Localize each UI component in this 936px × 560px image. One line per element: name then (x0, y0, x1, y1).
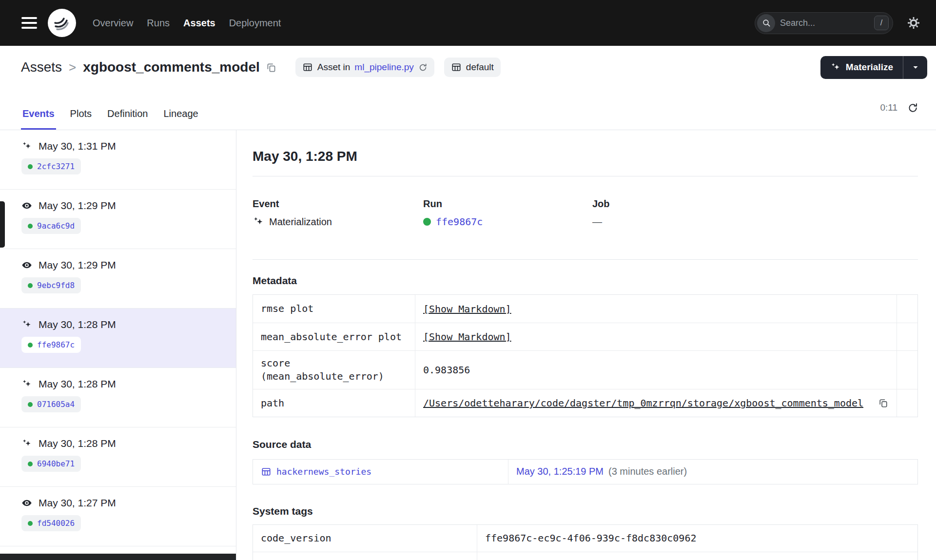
event-row: May 30, 1:28 PM (21, 319, 228, 330)
run-id: 6940be71 (37, 459, 75, 468)
search-shortcut-badge: / (874, 16, 889, 30)
run-id: fd540026 (37, 519, 75, 528)
vertical-scrollbar-thumb[interactable] (0, 201, 5, 248)
materialization-icon (253, 216, 264, 228)
event-timestamp: May 30, 1:29 PM (39, 259, 116, 271)
system-tags-table: code_version ffe9867c-ec9c-4f06-939c-f8d… (253, 524, 918, 560)
event-type-value: Materialization (269, 216, 332, 228)
run-id: 9ebc9fd8 (37, 281, 75, 290)
tag-value: ffe9867c-ec9c-4f06-939c-f8dc830c0962 (477, 525, 917, 552)
run-status-dot (28, 164, 33, 169)
metadata-value: 0.983856 (423, 364, 470, 376)
fact-event: Event Materialization (253, 198, 423, 228)
run-tag[interactable]: 9aca6c9d (21, 218, 81, 234)
system-tag-row-partial (253, 552, 917, 560)
event-list: May 30, 1:31 PM 2cfc3271 May 30, 1:29 PM… (0, 130, 236, 560)
dagster-logo[interactable] (48, 9, 76, 37)
reload-location-icon[interactable] (418, 63, 428, 72)
run-tag[interactable]: 9ebc9fd8 (21, 277, 81, 293)
materialize-button[interactable]: Materialize (820, 56, 903, 79)
event-list-item[interactable]: May 30, 1:31 PM 2cfc3271 (0, 130, 236, 190)
run-status-dot (28, 402, 33, 407)
search-input[interactable] (775, 18, 874, 28)
asset-table-icon (261, 466, 272, 477)
event-list-item[interactable]: May 30, 1:29 PM 9ebc9fd8 (0, 249, 236, 309)
materialization-icon (21, 438, 32, 449)
pipeline-file-link[interactable]: ml_pipeline.py (354, 62, 413, 73)
event-list-item[interactable]: May 30, 1:29 PM 9aca6c9d (0, 190, 236, 249)
run-label: Run (423, 198, 592, 210)
run-tag[interactable]: ffe9867c (21, 337, 81, 353)
run-tag[interactable]: 2cfc3271 (21, 158, 81, 174)
source-asset-link[interactable]: hackernews_stories (276, 466, 371, 477)
event-timestamp: May 30, 1:29 PM (39, 200, 116, 212)
show-markdown-link[interactable]: [Show Markdown] (423, 303, 511, 315)
event-list-item-selected[interactable]: May 30, 1:28 PM ffe9867c (0, 309, 236, 368)
refresh-icon[interactable] (907, 102, 918, 114)
event-list-item[interactable]: May 30, 1:27 PM fd540026 (0, 487, 236, 546)
copy-path-icon[interactable] (878, 398, 889, 408)
event-label: Event (253, 198, 423, 210)
table-spacer-cell (897, 389, 917, 417)
metadata-row: score (mean_absolute_error) 0.983856 (253, 350, 917, 389)
run-tag[interactable]: 6940be71 (21, 456, 81, 472)
job-empty-value: — (592, 216, 602, 228)
tab-plots[interactable]: Plots (69, 108, 93, 130)
metadata-row: mean_absolute_error plot [Show Markdown] (253, 323, 917, 350)
tag-value (477, 552, 917, 560)
copy-asset-name-icon[interactable] (266, 62, 277, 73)
code-location-badge[interactable]: Asset in ml_pipeline.py (295, 58, 434, 77)
system-tags-heading: System tags (253, 505, 918, 517)
materialize-dropdown-caret[interactable] (903, 56, 927, 79)
event-list-item[interactable]: May 30, 1:28 PM 071605a4 (0, 368, 236, 427)
source-time-link[interactable]: May 30, 1:25:19 PM (516, 466, 604, 477)
tab-events[interactable]: Events (21, 108, 56, 130)
event-row: May 30, 1:29 PM (21, 200, 228, 212)
metadata-row: rmse plot [Show Markdown] (253, 295, 917, 323)
materialization-icon (21, 141, 32, 152)
asset-group-badge[interactable]: default (444, 58, 501, 77)
job-label: Job (592, 198, 918, 210)
metadata-key: path (253, 389, 415, 417)
group-name: default (466, 62, 494, 73)
event-row: May 30, 1:28 PM (21, 378, 228, 390)
show-markdown-link[interactable]: [Show Markdown] (423, 331, 511, 343)
source-asset-cell: hackernews_stories (253, 460, 508, 484)
tag-key: code_version (253, 525, 477, 552)
content-area: May 30, 1:31 PM 2cfc3271 May 30, 1:29 PM… (0, 130, 936, 560)
refresh-area: 0:11 (880, 102, 918, 114)
tag-key (253, 552, 477, 560)
run-id-link[interactable]: ffe9867c (436, 216, 483, 228)
nav-link-runs[interactable]: Runs (147, 18, 170, 29)
source-data-heading: Source data (253, 438, 918, 450)
event-timestamp: May 30, 1:31 PM (39, 140, 116, 152)
nav-link-deployment[interactable]: Deployment (229, 18, 281, 29)
event-row: May 30, 1:27 PM (21, 497, 228, 509)
event-list-item[interactable]: May 30, 1:28 PM 6940be71 (0, 427, 236, 487)
run-id: 2cfc3271 (37, 162, 75, 171)
nav-link-assets[interactable]: Assets (183, 18, 215, 29)
nav-link-overview[interactable]: Overview (93, 18, 133, 29)
breadcrumb-assets-link[interactable]: Assets (21, 59, 62, 75)
divider (253, 259, 918, 260)
horizontal-scrollbar[interactable] (0, 554, 236, 560)
tab-lineage[interactable]: Lineage (162, 108, 199, 130)
run-tag[interactable]: 071605a4 (21, 396, 81, 412)
top-navbar: Overview Runs Assets Deployment / (0, 0, 936, 46)
source-time-note: (3 minutes earlier) (608, 466, 687, 477)
event-timestamp: May 30, 1:27 PM (39, 497, 116, 509)
run-status-dot (28, 283, 33, 288)
metadata-key: mean_absolute_error plot (253, 323, 415, 350)
dagster-app: Overview Runs Assets Deployment / Assets… (0, 0, 936, 560)
run-tag[interactable]: fd540026 (21, 515, 81, 531)
breadcrumb-separator: > (69, 60, 76, 75)
search-box[interactable]: / (755, 12, 893, 34)
divider (253, 176, 918, 176)
asset-header: Assets > xgboost_comments_model Asset in… (0, 46, 936, 86)
storage-path-link[interactable]: /Users/odetteharary/code/dagster/tmp_0mz… (423, 397, 863, 409)
settings-gear-icon[interactable] (907, 16, 920, 30)
tab-definition[interactable]: Definition (106, 108, 149, 130)
menu-icon[interactable] (21, 17, 37, 29)
event-detail-pane: May 30, 1:28 PM Event Materialization Ru… (236, 130, 936, 560)
asset-name: xgboost_comments_model (83, 59, 260, 75)
